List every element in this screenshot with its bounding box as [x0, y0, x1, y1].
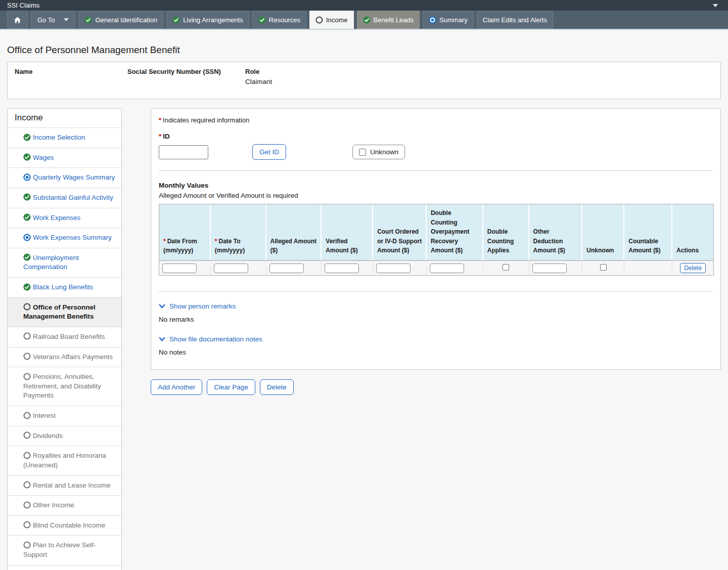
sidebar-item-label: Royalties and Honoraria (Unearned)	[23, 452, 106, 469]
role-label: Role	[245, 68, 272, 75]
cell-date-from-mm-yyyy	[159, 260, 211, 275]
cell-actions: Delete	[672, 260, 713, 275]
sidebar-item-other-income[interactable]: Other Income	[8, 495, 121, 515]
tab-benefit-leads[interactable]: Benefit Leads	[357, 11, 420, 29]
tab-resources[interactable]: Resources	[252, 11, 306, 29]
sidebar-item-label: Work Expenses	[33, 214, 80, 222]
id-unknown-checkbox-group[interactable]: Unknown	[352, 145, 405, 159]
monthly-values-table: *Date From (mm/yyyy)*Date To (mm/yyyy)Al…	[159, 204, 714, 276]
sidebar-item-interest[interactable]: Interest	[8, 406, 121, 426]
sidebar-item-railroad-board-benefits[interactable]: Railroad Board Benefits	[8, 327, 121, 347]
tab-label: Summary	[439, 16, 468, 24]
not-started-icon	[23, 431, 31, 439]
app-title: SSI Claims	[7, 2, 39, 9]
person-summary-box: Name Social Security Number (SSN) Role C…	[7, 62, 721, 99]
sidebar-item-work-expenses-summary[interactable]: Work Expenses Summary	[8, 228, 121, 248]
tab-living-arrangements[interactable]: Living Arrangements	[166, 11, 249, 29]
person-remarks-empty-text: No remarks	[159, 316, 713, 323]
not-started-icon	[23, 353, 31, 360]
column-header-date-to-mm-yyyy: *Date To (mm/yyyy)	[211, 204, 266, 260]
alleged-amount-input[interactable]	[269, 264, 304, 273]
sidebar-item-income-selection[interactable]: Income Selection	[8, 127, 121, 148]
sidebar-item-rental-and-lease-income[interactable]: Rental and Lease Income	[8, 475, 121, 496]
sidebar-item-label: Blind Countable Income	[33, 521, 105, 529]
tab-general-identification[interactable]: General Identification	[78, 11, 163, 29]
sidebar-item-label: Railroad Board Benefits	[33, 333, 105, 340]
sidebar-item-wages[interactable]: Wages	[8, 148, 121, 168]
tab-label: Benefit Leads	[374, 16, 414, 24]
required-asterisk-icon: *	[215, 238, 217, 245]
cell-unknown	[582, 260, 624, 275]
column-header-double-counting-overpayment-recovery-amount: Double Counting Overpayment Recovery Amo…	[427, 204, 483, 260]
check-circle-icon	[172, 16, 180, 24]
go-to-dropdown[interactable]: Go To	[31, 11, 75, 29]
not-started-icon	[23, 303, 31, 311]
sidebar-item-royalties-and-honoraria-unearned[interactable]: Royalties and Honoraria (Unearned)	[8, 446, 121, 475]
tab-label: Resources	[269, 16, 300, 24]
sidebar-item-work-expenses[interactable]: Work Expenses	[8, 208, 121, 228]
date-from-mm-yyyy-input[interactable]	[162, 264, 197, 273]
not-started-icon	[23, 541, 31, 549]
id-field-label: *ID	[159, 133, 713, 140]
id-unknown-checkbox[interactable]	[359, 149, 366, 156]
row-delete-button[interactable]: Delete	[680, 263, 706, 273]
sidebar-item-office-of-personnel-management-benefits[interactable]: Office of Personnel Management Benefits	[8, 297, 121, 327]
sidebar-item-school-data[interactable]: School Data	[8, 565, 121, 570]
sidebar-item-label: Quarterly Wages Summary	[33, 173, 115, 181]
sidebar-item-label: Interest	[33, 412, 56, 419]
sidebar-item-blind-countable-income[interactable]: Blind Countable Income	[8, 515, 121, 536]
show-person-remarks-toggle[interactable]: Show person remarks	[159, 302, 713, 310]
home-button[interactable]	[7, 11, 28, 29]
tab-income[interactable]: Income	[309, 11, 354, 29]
sidebar-item-pensions-annuities-retirement-and-disability-payments[interactable]: Pensions, Annuities, Retirement, and Dis…	[8, 367, 121, 406]
unknown-checkbox[interactable]	[600, 264, 607, 271]
sidebar-item-label: Wages	[33, 154, 54, 161]
monthly-values-title: Monthly Values	[159, 182, 713, 189]
app-titlebar: SSI Claims	[0, 0, 728, 11]
sidebar-item-label: Dividends	[33, 432, 63, 440]
double-counting-overpayment-recovery-amount-input[interactable]	[430, 264, 464, 273]
court-ordered-or-iv-d-support-amount-input[interactable]	[376, 264, 411, 273]
not-started-icon	[315, 16, 323, 24]
clear-page-button[interactable]: Clear Page	[207, 379, 255, 395]
file-notes-empty-text: No notes	[159, 348, 713, 356]
not-started-icon	[23, 452, 31, 459]
column-header-verified-amount: Verified Amount ($)	[322, 204, 373, 260]
sidebar-item-substantial-gainful-activity[interactable]: Substantial Gainful Activity	[8, 188, 121, 208]
cell-other-deduction-amount	[529, 260, 583, 275]
sidebar-item-quarterly-wages-summary[interactable]: Quarterly Wages Summary	[8, 167, 121, 188]
sidebar-item-label: Work Expenses Summary	[33, 234, 112, 241]
column-header-court-ordered-or-iv-d-support-amount: Court Ordered or IV-D Support Amount ($)	[373, 204, 427, 260]
column-header-actions: Actions	[672, 204, 713, 260]
id-input[interactable]	[159, 145, 208, 159]
delete-page-button[interactable]: Delete	[260, 379, 294, 395]
cell-countable-amount	[624, 260, 672, 275]
add-another-button[interactable]: Add Another	[151, 379, 202, 395]
tab-claim-edits-and-alerts[interactable]: Claim Edits and Alerts	[477, 11, 553, 29]
get-id-button[interactable]: Get ID	[252, 144, 286, 160]
check-circle-icon	[23, 213, 31, 221]
sidebar-item-label: Rental and Lease Income	[33, 481, 111, 489]
double-counting-applies-checkbox[interactable]	[503, 264, 509, 271]
income-section-sidebar: Income Income SelectionWagesQuarterly Wa…	[7, 108, 122, 570]
sidebar-item-label: Plan to Achieve Self-Support	[23, 541, 96, 558]
show-file-documentation-notes-toggle[interactable]: Show file documentation notes	[159, 335, 713, 343]
check-circle-icon	[258, 16, 266, 24]
sidebar-item-black-lung-benefits[interactable]: Black Lung Benefits	[8, 277, 121, 297]
verified-amount-input[interactable]	[325, 264, 359, 273]
sidebar-item-veterans-affairs-payments[interactable]: Veterans Affairs Payments	[8, 347, 121, 367]
date-to-mm-yyyy-input[interactable]	[214, 264, 248, 273]
tab-summary[interactable]: Summary	[423, 11, 474, 29]
in-progress-icon	[429, 16, 436, 24]
column-header-other-deduction-amount: Other Deduction Amount ($)	[529, 204, 583, 260]
titlebar-collapse-caret-icon[interactable]	[713, 4, 718, 7]
ssn-label: Social Security Number (SSN)	[127, 68, 245, 75]
sidebar-list: Income SelectionWagesQuarterly Wages Sum…	[8, 127, 121, 570]
sidebar-item-dividends[interactable]: Dividends	[8, 426, 121, 446]
check-circle-icon	[23, 134, 31, 141]
sidebar-item-plan-to-achieve-self-support[interactable]: Plan to Achieve Self-Support	[8, 535, 121, 564]
nav-tabs: General IdentificationLiving Arrangement…	[78, 11, 553, 29]
other-deduction-amount-input[interactable]	[532, 264, 567, 273]
in-progress-icon	[23, 173, 31, 181]
sidebar-item-unemployment-compensation[interactable]: Unemployment Compensation	[8, 248, 121, 277]
